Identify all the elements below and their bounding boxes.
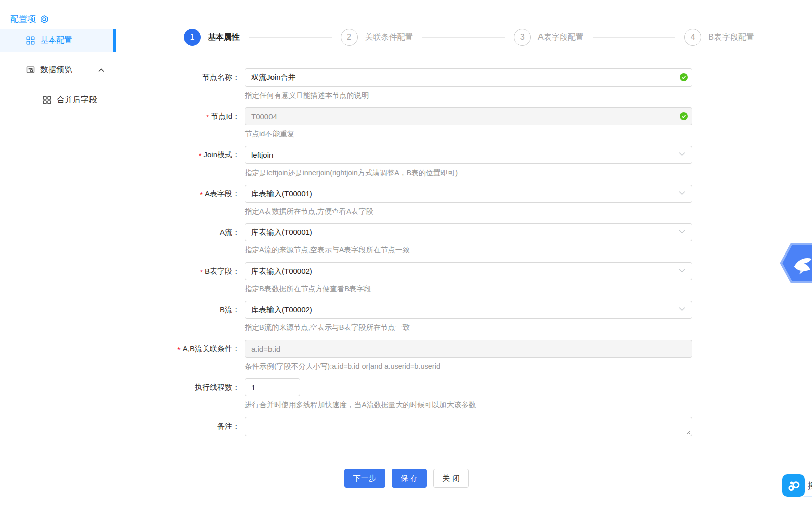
field-helper: 指定任何有意义且能描述本节点的说明 [245,91,692,100]
close-button[interactable]: 关 闭 [433,469,469,488]
field-body: 指定任何有意义且能描述本节点的说明 [245,68,692,100]
step-2[interactable]: 2关联条件配置 [341,29,413,46]
clipped-panel-text: 搜 [808,481,812,491]
select-value: 库表输入(T00002) [251,305,312,315]
field-body: 库表输入(T00001)指定A表数据所在节点,方便查看A表字段 [245,185,692,216]
required-asterisk: * [206,113,209,121]
table-a-fields-select[interactable]: 库表输入(T00001) [245,185,692,203]
netdisk-app-icon[interactable] [782,474,805,497]
sidebar-menu: 基本配置数据预览合并后字段 [0,29,114,118]
valid-check-icon [680,112,688,120]
sidebar-item-basic-config[interactable]: 基本配置 [0,29,114,52]
sidebar-item-data-preview[interactable]: 数据预览 [0,59,114,81]
node-name-input[interactable] [245,68,692,87]
field-label-text: 节点名称： [202,73,240,81]
join-mode-select[interactable]: leftjoin [245,146,692,164]
chevron-down-icon [679,229,685,234]
form-row-table-a-fields: *A表字段：库表输入(T00001)指定A表数据所在节点,方便查看A表字段 [114,185,699,216]
field-body: 库表输入(T00001)指定A流的来源节点,空表示与A表字段所在节点一致 [245,223,692,255]
field-label: *节点Id： [114,107,245,125]
field-label-text: Join模式： [203,150,240,159]
step-label: B表字段配置 [708,32,754,43]
join-condition-field [245,340,692,358]
field-label: B流： [114,301,245,319]
chevron-down-icon [679,307,685,311]
node-name-field [245,68,692,87]
step-connector [249,37,332,38]
sidebar-title-text: 配置项 [10,13,36,25]
sidebar-item-label: 合并后字段 [57,95,97,105]
field-label: *B表字段： [114,262,245,280]
step-4[interactable]: 4B表字段配置 [684,29,754,46]
field-label-text: B表字段： [205,267,240,275]
config-form: 节点名称：指定任何有意义且能描述本节点的说明*节点Id：节点id不能重复*Joi… [114,68,699,443]
field-label: 节点名称： [114,68,245,87]
step-1[interactable]: 1基本属性 [184,29,240,46]
chevron-down-icon [679,191,685,195]
form-row-join-condition: *A,B流关联条件：条件示例(字段不分大小写):a.id=b.id or|and… [114,340,699,371]
field-body: 条件示例(字段不分大小写):a.id=b.id or|and a.userid=… [245,340,692,371]
stream-b-select[interactable]: 库表输入(T00002) [245,301,692,319]
save-button[interactable]: 保 存 [392,469,427,488]
form-row-stream-a: A流：库表输入(T00001)指定A流的来源节点,空表示与A表字段所在节点一致 [114,223,699,255]
field-label: *A表字段： [114,185,245,203]
step-label: 基本属性 [208,32,240,43]
form-row-table-b-fields: *B表字段：库表输入(T00002)指定B表数据所在节点方便查看B表字段 [114,262,699,294]
field-label-text: 执行线程数： [195,383,240,391]
steps: 1基本属性2关联条件配置3A表字段配置4B表字段配置 [184,29,754,46]
field-body: 库表输入(T00002)指定B表数据所在节点方便查看B表字段 [245,262,692,294]
field-helper: 指定是leftjoin还是innerjoin(rightjoin方式请调整A，B… [245,168,692,178]
form-row-node-name: 节点名称：指定任何有意义且能描述本节点的说明 [114,68,699,100]
step-number: 1 [184,29,201,46]
form-row-remark: 备注： [114,417,699,436]
step-number: 4 [684,29,701,46]
thread-count-field [245,378,300,396]
assistant-bird-badge[interactable] [775,241,812,285]
chevron-down-icon [679,268,685,273]
file-search-icon [26,66,35,74]
step-number: 3 [514,29,531,46]
valid-check-icon [680,73,688,81]
node-id-field [245,107,692,125]
field-label-text: 备注： [217,421,240,430]
grid-icon [43,96,51,104]
field-label: 执行线程数： [114,378,245,396]
sidebar-item-merged-fields[interactable]: 合并后字段 [0,89,114,111]
remark-textarea[interactable] [245,417,692,436]
select-value: leftjoin [251,151,273,159]
field-label: *Join模式： [114,146,245,164]
chevron-down-icon [679,152,685,156]
form-row-thread-count: 执行线程数：进行合并时使用多线程加快速度，当A流数据量大的时候可以加大该参数 [114,378,699,410]
field-label-text: A流： [220,228,240,236]
grid-icon [26,36,35,45]
form-row-stream-b: B流：库表输入(T00002)指定B流的来源节点,空表示与B表字段所在节点一致 [114,301,699,332]
three-circles-icon [786,478,801,493]
thread-count-input[interactable] [245,378,300,396]
sidebar-title: 配置项 [10,13,49,25]
step-3[interactable]: 3A表字段配置 [514,29,584,46]
step-label: 关联条件配置 [365,32,413,43]
field-helper: 指定A表数据所在节点,方便查看A表字段 [245,207,692,216]
next-step-button[interactable]: 下一步 [344,469,385,488]
form-row-node-id: *节点Id：节点id不能重复 [114,107,699,139]
step-label: A表字段配置 [538,32,584,43]
field-label-text: B流： [220,305,240,314]
required-asterisk: * [200,191,203,199]
select-value: 库表输入(T00002) [251,267,312,276]
select-value: 库表输入(T00001) [251,189,312,199]
field-label-text: A表字段： [205,189,240,198]
field-helper: 指定B流的来源节点,空表示与B表字段所在节点一致 [245,323,692,332]
textarea-wrap [245,417,692,436]
settings-gear-icon[interactable] [40,15,49,24]
resize-handle-icon[interactable] [686,430,691,435]
field-label-text: 节点Id： [211,112,240,120]
field-label: A流： [114,223,245,241]
caret-up-icon[interactable] [98,68,104,72]
stream-a-select[interactable]: 库表输入(T00001) [245,223,692,241]
field-helper: 条件示例(字段不分大小写):a.id=b.id or|and a.userid=… [245,362,692,371]
sidebar-item-label: 数据预览 [40,65,72,75]
required-asterisk: * [199,152,201,160]
table-b-fields-select[interactable]: 库表输入(T00002) [245,262,692,280]
field-body: 节点id不能重复 [245,107,692,139]
step-connector [422,37,505,38]
